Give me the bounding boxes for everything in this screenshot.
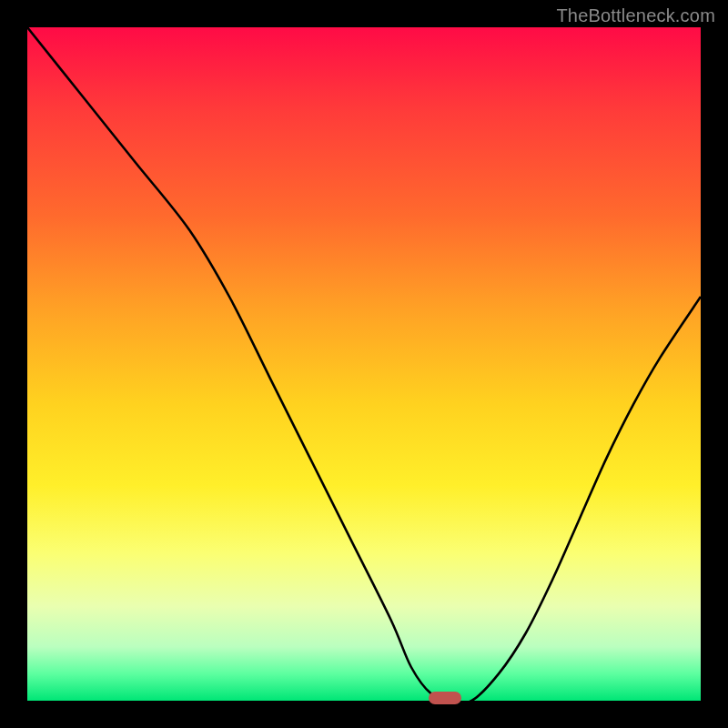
optimum-marker: [429, 692, 461, 704]
plot-area: [27, 27, 701, 701]
curve-svg: [27, 27, 701, 701]
attribution-text: TheBottleneck.com: [556, 5, 715, 26]
bottleneck-curve: [27, 27, 701, 701]
chart-frame: TheBottleneck.com: [0, 0, 728, 728]
